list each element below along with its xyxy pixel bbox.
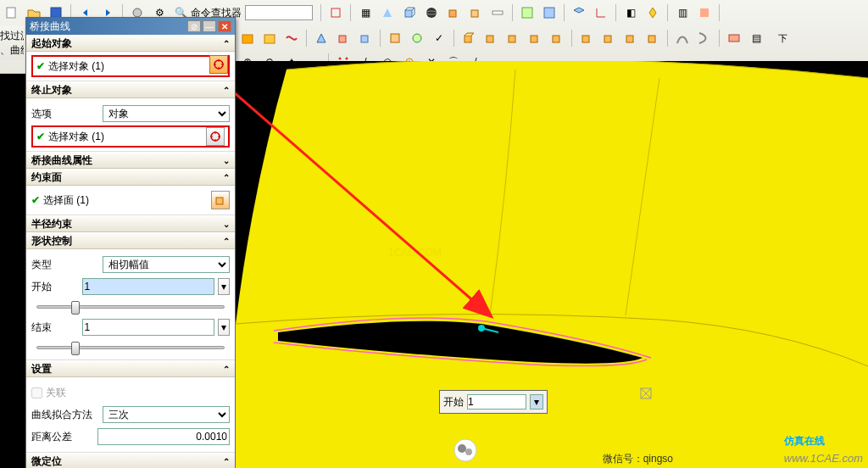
end-option-select[interactable]: 对象 xyxy=(103,105,230,122)
tb2-13-icon[interactable] xyxy=(525,28,545,48)
dialog-titlebar[interactable]: 桥接曲线 ⊘ — ✕ xyxy=(26,18,235,35)
float-value-input[interactable] xyxy=(467,394,526,410)
extra2-icon[interactable] xyxy=(643,3,663,23)
close-icon[interactable]: ✕ xyxy=(218,20,231,32)
end-option-label: 选项 xyxy=(31,107,99,121)
tb2-14-icon[interactable] xyxy=(547,28,567,48)
tb2-curve2-icon[interactable] xyxy=(694,28,715,48)
tb2-last-icon[interactable]: ▤ xyxy=(746,28,766,48)
tb2-10-icon[interactable] xyxy=(459,28,479,48)
radius-header: 半径约束 xyxy=(31,217,72,231)
extra3-icon[interactable]: ▥ xyxy=(672,3,693,23)
minimize-icon[interactable]: — xyxy=(203,20,216,32)
shape-end-stepper[interactable]: ▾ xyxy=(218,319,230,336)
shape-type-select[interactable]: 相切幅值 xyxy=(103,256,230,273)
left-edge-labels: 找过滤 、曲线 xyxy=(0,25,24,59)
tol-row: 距离公差 xyxy=(31,426,230,447)
box-b-icon[interactable] xyxy=(465,3,486,23)
3d-viewport[interactable]: 1CAE.COM 开始 ▾ 微信号：qingso 仿真在线 www.1CAE.c… xyxy=(236,61,868,468)
sphere-icon[interactable] xyxy=(421,3,442,23)
viewport-start-value-box: 开始 ▾ xyxy=(439,390,548,414)
chevron-down-icon: ⌄ xyxy=(223,156,230,165)
pin-icon[interactable]: ⊘ xyxy=(187,20,201,32)
tb2-3-icon[interactable] xyxy=(281,28,302,48)
tb2-9-icon[interactable]: ✓ xyxy=(429,28,449,48)
shape-start-slider[interactable] xyxy=(31,298,230,315)
shape-start-stepper[interactable]: ▾ xyxy=(218,278,230,295)
tb2-18-icon[interactable] xyxy=(643,28,663,48)
section-shape[interactable]: 形状控制 ⌃ xyxy=(26,232,235,249)
assoc-checkbox xyxy=(31,387,42,398)
tb2-16-icon[interactable] xyxy=(598,28,619,48)
section-radius[interactable]: 半径约束 ⌄ xyxy=(26,215,235,232)
select-mode-icon[interactable] xyxy=(326,3,346,23)
check-icon: ✔ xyxy=(36,60,45,72)
tb2-5-icon[interactable] xyxy=(333,28,353,48)
check-icon: ✔ xyxy=(36,131,45,142)
cmd-finder-input[interactable] xyxy=(245,5,313,20)
tol-input[interactable] xyxy=(97,428,230,445)
tb2-6-icon[interactable] xyxy=(355,28,376,48)
svg-rect-22 xyxy=(531,36,537,42)
wechat-text: 微信号：qingso xyxy=(603,443,673,468)
face-select-row[interactable]: ✔ 选择面 (1) xyxy=(31,189,230,211)
check-icon: ✔ xyxy=(31,194,40,206)
bridge-props-header: 桥接曲线属性 xyxy=(31,153,92,168)
wireframe-icon[interactable]: ▦ xyxy=(355,3,376,23)
feat2-icon[interactable] xyxy=(539,3,559,23)
fit-label: 曲线拟合方法 xyxy=(31,408,99,422)
fit-select[interactable]: 三次 xyxy=(103,406,230,423)
shape-header: 形状控制 xyxy=(31,234,72,248)
shaded-icon[interactable] xyxy=(377,3,398,23)
tb2-12-icon[interactable] xyxy=(503,28,523,48)
tb2-17-icon[interactable] xyxy=(620,28,641,48)
section-bridge-props[interactable]: 桥接曲线属性 ⌄ xyxy=(26,152,235,169)
axis-icon[interactable] xyxy=(591,3,611,23)
svg-rect-9 xyxy=(492,11,503,14)
tb2-2-icon[interactable] xyxy=(259,28,280,48)
settings-header: 设置 xyxy=(31,362,52,376)
tb2-8-icon[interactable] xyxy=(407,28,427,48)
tb2-1-icon[interactable] xyxy=(237,28,258,48)
tool-new-icon[interactable] xyxy=(2,3,22,23)
svg-rect-19 xyxy=(465,36,471,42)
shape-end-row: 结束 ▾ xyxy=(31,317,230,337)
layer-icon[interactable] xyxy=(569,3,589,23)
section-end-object[interactable]: 终止对象 ⌃ xyxy=(26,81,235,98)
tb2-blend-icon[interactable] xyxy=(724,28,744,48)
tol-label: 距离公差 xyxy=(31,430,94,444)
svg-rect-28 xyxy=(729,35,739,42)
tb2-7-icon[interactable] xyxy=(385,28,405,48)
feat1-icon[interactable] xyxy=(517,3,537,23)
shape-start-label: 开始 xyxy=(31,280,79,294)
shape-start-input[interactable] xyxy=(82,278,214,295)
micro-header: 微定位 xyxy=(31,454,62,469)
section-constraint-face[interactable]: 约束面 ⌃ xyxy=(26,169,235,186)
fit-row: 曲线拟合方法 三次 xyxy=(31,404,230,425)
cube-icon[interactable] xyxy=(399,3,420,23)
extra1-icon[interactable]: ◧ xyxy=(620,3,641,23)
svg-rect-26 xyxy=(626,36,633,42)
section-micro[interactable]: 微定位 ⌃ xyxy=(26,453,235,468)
section-start-object[interactable]: 起始对象 ⌃ xyxy=(26,35,235,52)
end-object-header: 终止对象 xyxy=(31,83,72,98)
start-select-row[interactable]: ✔ 选择对象 (1) xyxy=(31,55,230,77)
sheet-icon[interactable] xyxy=(487,3,508,23)
shape-end-slider[interactable] xyxy=(31,339,230,356)
box-a-icon[interactable] xyxy=(443,3,464,23)
shape-end-input[interactable] xyxy=(82,319,214,336)
face-target-button[interactable] xyxy=(211,191,230,209)
tb2-15-icon[interactable] xyxy=(576,28,597,48)
svg-rect-8 xyxy=(471,10,478,17)
end-target-button[interactable] xyxy=(206,127,225,146)
tb2-4-icon[interactable] xyxy=(311,28,331,48)
tb2-curve1-icon[interactable] xyxy=(672,28,693,48)
section-settings[interactable]: 设置 ⌃ xyxy=(26,360,235,377)
start-target-button[interactable] xyxy=(209,55,228,74)
tb2-11-icon[interactable] xyxy=(481,28,501,48)
float-dropdown-icon[interactable]: ▾ xyxy=(530,394,543,410)
shape-type-row: 类型 相切幅值 xyxy=(31,254,230,275)
end-select-row[interactable]: ✔ 选择对象 (1) xyxy=(31,125,230,148)
tb2-tail-text: 下 xyxy=(778,32,787,45)
extra4-icon[interactable] xyxy=(694,3,715,23)
